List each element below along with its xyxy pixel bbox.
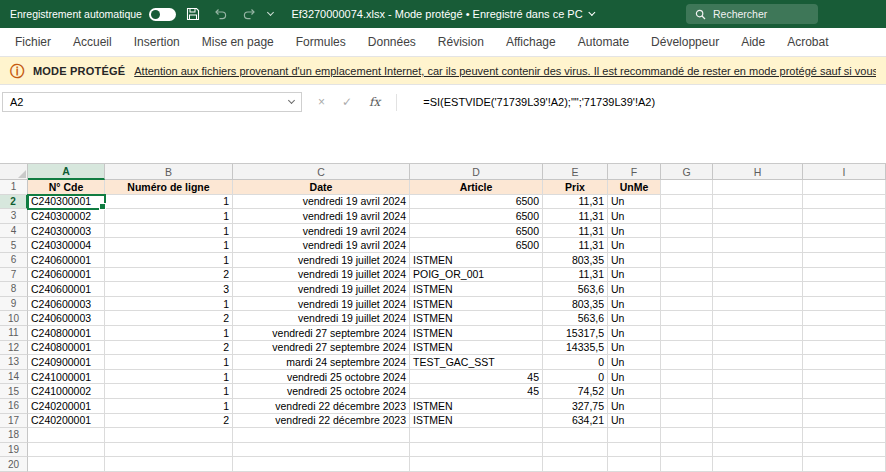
cell-C16[interactable]: vendredi 22 décembre 2023 [233, 399, 410, 414]
cell-E8[interactable]: 563,6 [543, 282, 608, 297]
cell-B6[interactable]: 1 [105, 253, 233, 268]
cell-C6[interactable]: vendredi 19 juillet 2024 [233, 253, 410, 268]
cell-G15[interactable] [661, 384, 713, 399]
enter-icon[interactable]: ✓ [342, 95, 352, 109]
cell-I11[interactable] [803, 326, 886, 341]
cell-B17[interactable]: 2 [105, 414, 233, 429]
cell-H8[interactable] [713, 282, 803, 297]
column-header-I[interactable]: I [803, 164, 886, 180]
cell-F18[interactable] [608, 428, 661, 443]
insert-function-icon[interactable]: fx [369, 95, 380, 109]
cell-A5[interactable]: C240300004 [28, 238, 105, 253]
cell-D7[interactable]: POIG_OR_001 [410, 268, 543, 283]
tab-accueil[interactable]: Accueil [62, 28, 123, 56]
cell-B18[interactable] [105, 428, 233, 443]
cell-E18[interactable] [543, 428, 608, 443]
cell-I18[interactable] [803, 428, 886, 443]
cell-F10[interactable]: Un [608, 311, 661, 326]
column-header-E[interactable]: E [543, 164, 608, 180]
cell-A8[interactable]: C240600001 [28, 282, 105, 297]
column-header-H[interactable]: H [713, 164, 803, 180]
row-header-15[interactable]: 15 [0, 384, 28, 399]
cell-A4[interactable]: C240300003 [28, 224, 105, 239]
cell-A6[interactable]: C240600001 [28, 253, 105, 268]
cell-F9[interactable]: Un [608, 297, 661, 312]
cell-I13[interactable] [803, 355, 886, 370]
cell-H6[interactable] [713, 253, 803, 268]
cell-H5[interactable] [713, 238, 803, 253]
cell-A1[interactable]: N° Cde [28, 180, 105, 195]
cell-D14[interactable]: 45 [410, 370, 543, 385]
cell-H2[interactable] [713, 195, 803, 210]
cell-A9[interactable]: C240600003 [28, 297, 105, 312]
cell-E2[interactable]: 11,31 [543, 195, 608, 210]
cell-D19[interactable] [410, 443, 543, 458]
cell-C13[interactable]: mardi 24 septembre 2024 [233, 355, 410, 370]
cell-I7[interactable] [803, 268, 886, 283]
cell-H7[interactable] [713, 268, 803, 283]
cell-D12[interactable]: ISTMEN [410, 341, 543, 356]
cell-F19[interactable] [608, 443, 661, 458]
cell-E14[interactable]: 0 [543, 370, 608, 385]
row-header-7[interactable]: 7 [0, 268, 28, 283]
cell-B10[interactable]: 2 [105, 311, 233, 326]
cell-E19[interactable] [543, 443, 608, 458]
cell-C17[interactable]: vendredi 22 décembre 2023 [233, 414, 410, 429]
cell-D3[interactable]: 6500 [410, 209, 543, 224]
cell-D11[interactable]: ISTMEN [410, 326, 543, 341]
cell-D16[interactable]: ISTMEN [410, 399, 543, 414]
cell-I14[interactable] [803, 370, 886, 385]
row-header-12[interactable]: 12 [0, 341, 28, 356]
cell-B7[interactable]: 2 [105, 268, 233, 283]
row-header-20[interactable]: 20 [0, 457, 28, 472]
cell-G13[interactable] [661, 355, 713, 370]
cell-I20[interactable] [803, 457, 886, 472]
cell-H12[interactable] [713, 341, 803, 356]
cell-H1[interactable] [713, 180, 803, 195]
cell-I12[interactable] [803, 341, 886, 356]
cell-A19[interactable] [28, 443, 105, 458]
row-header-17[interactable]: 17 [0, 414, 28, 429]
cell-I3[interactable] [803, 209, 886, 224]
redo-icon[interactable] [238, 3, 260, 25]
cell-E15[interactable]: 74,52 [543, 384, 608, 399]
name-box[interactable]: A2 [2, 92, 302, 112]
tab-aide[interactable]: Aide [730, 28, 776, 56]
cell-G3[interactable] [661, 209, 713, 224]
column-header-G[interactable]: G [661, 164, 713, 180]
tab-donnees[interactable]: Données [357, 28, 427, 56]
cell-H19[interactable] [713, 443, 803, 458]
cell-E9[interactable]: 803,35 [543, 297, 608, 312]
cell-C14[interactable]: vendredi 25 octobre 2024 [233, 370, 410, 385]
cell-C9[interactable]: vendredi 19 juillet 2024 [233, 297, 410, 312]
cell-G18[interactable] [661, 428, 713, 443]
cell-D20[interactable] [410, 457, 543, 472]
cell-I16[interactable] [803, 399, 886, 414]
tab-formules[interactable]: Formules [285, 28, 357, 56]
cell-C1[interactable]: Date [233, 180, 410, 195]
cell-D15[interactable]: 45 [410, 384, 543, 399]
cell-A20[interactable] [28, 457, 105, 472]
cell-A15[interactable]: C241000002 [28, 384, 105, 399]
cell-G1[interactable] [661, 180, 713, 195]
cell-B12[interactable]: 2 [105, 341, 233, 356]
cell-E10[interactable]: 563,6 [543, 311, 608, 326]
cell-E11[interactable]: 15317,5 [543, 326, 608, 341]
cell-D1[interactable]: Article [410, 180, 543, 195]
cell-H18[interactable] [713, 428, 803, 443]
cancel-icon[interactable]: × [318, 95, 325, 109]
cell-D6[interactable]: ISTMEN [410, 253, 543, 268]
cell-F11[interactable]: Un [608, 326, 661, 341]
cell-G4[interactable] [661, 224, 713, 239]
row-header-2[interactable]: 2 [0, 195, 28, 210]
tab-automate[interactable]: Automate [567, 28, 640, 56]
cell-H4[interactable] [713, 224, 803, 239]
cell-E1[interactable]: Prix [543, 180, 608, 195]
cell-I2[interactable] [803, 195, 886, 210]
cell-D13[interactable]: TEST_GAC_SST [410, 355, 543, 370]
cell-I9[interactable] [803, 297, 886, 312]
cell-B3[interactable]: 1 [105, 209, 233, 224]
cell-I5[interactable] [803, 238, 886, 253]
cell-H16[interactable] [713, 399, 803, 414]
cell-C5[interactable]: vendredi 19 avril 2024 [233, 238, 410, 253]
